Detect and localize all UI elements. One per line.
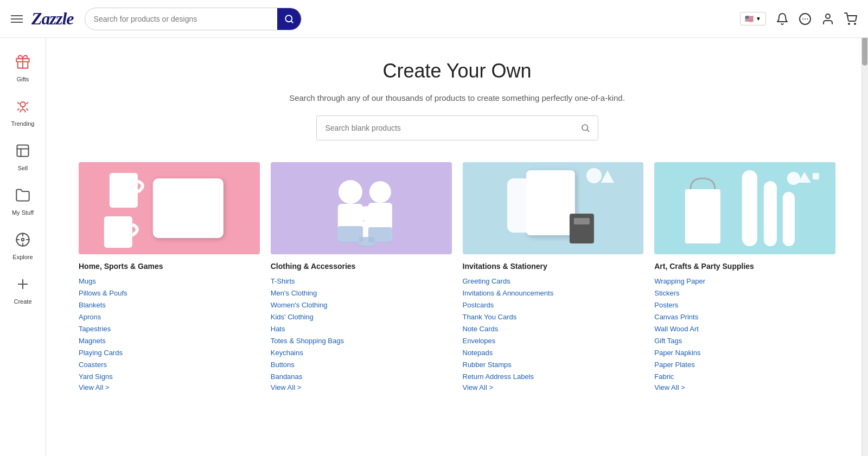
search-icon-small bbox=[580, 123, 590, 133]
sidebar-item-explore[interactable]: Explore bbox=[0, 227, 46, 266]
header-search-input[interactable] bbox=[85, 15, 277, 23]
sell-icon bbox=[15, 143, 30, 162]
list-item[interactable]: Hats bbox=[271, 324, 452, 333]
list-item[interactable]: Postcards bbox=[463, 300, 644, 310]
sidebar-item-label-create: Create bbox=[14, 298, 31, 305]
list-item[interactable]: Kids' Clothing bbox=[271, 312, 452, 322]
dropdown-arrow: ▼ bbox=[756, 16, 761, 22]
svg-point-6 bbox=[20, 102, 25, 107]
list-item[interactable]: Return Address Labels bbox=[463, 371, 644, 381]
sidebar-item-label-explore: Explore bbox=[12, 254, 33, 260]
sidebar-item-sell[interactable]: Sell bbox=[0, 138, 46, 177]
list-item[interactable]: Thank You Cards bbox=[463, 312, 644, 322]
svg-point-21 bbox=[359, 206, 374, 221]
list-item[interactable]: Mugs bbox=[79, 276, 260, 286]
category-invitations-stationery[interactable]: Invitations & Stationery Greeting Cards … bbox=[463, 162, 644, 392]
list-item[interactable]: Invitations & Announcements bbox=[463, 288, 644, 298]
svg-rect-14 bbox=[153, 178, 224, 238]
header: Zazzle 🇺🇸 ▼ bbox=[0, 0, 868, 38]
sidebar-item-label-my-stuff: My Stuff bbox=[12, 209, 34, 216]
svg-rect-29 bbox=[573, 218, 589, 224]
category-title-invitations: Invitations & Stationery bbox=[463, 262, 644, 271]
language-selector[interactable]: 🇺🇸 ▼ bbox=[740, 12, 766, 25]
hamburger-menu[interactable] bbox=[11, 15, 23, 23]
svg-rect-32 bbox=[685, 189, 720, 243]
blank-product-search-input[interactable] bbox=[317, 124, 573, 132]
category-clothing-accessories[interactable]: Clothing & Accessories T-Shirts Men's Cl… bbox=[271, 162, 452, 392]
notifications-icon[interactable] bbox=[776, 12, 789, 25]
list-item[interactable]: Keychains bbox=[271, 348, 452, 357]
list-item[interactable]: Playing Cards bbox=[79, 348, 260, 357]
sidebar-item-label-trending: Trending bbox=[11, 120, 34, 127]
scrollbar-track bbox=[861, 0, 868, 456]
page-title: Create Your Own bbox=[79, 60, 835, 82]
logo[interactable]: Zazzle bbox=[31, 9, 74, 29]
list-item[interactable]: Note Cards bbox=[463, 324, 644, 333]
messages-icon[interactable] bbox=[799, 12, 812, 25]
sidebar-item-gifts[interactable]: Gifts bbox=[0, 49, 46, 88]
view-all-art[interactable]: View All > bbox=[654, 383, 685, 391]
categories-grid: Home, Sports & Games Mugs Pillows & Pouf… bbox=[79, 162, 835, 392]
list-item[interactable]: Bandanas bbox=[271, 371, 452, 381]
flag-icon: 🇺🇸 bbox=[745, 15, 754, 23]
list-item[interactable]: Tapestries bbox=[79, 324, 260, 333]
category-image-home bbox=[79, 162, 260, 254]
list-item[interactable]: Gift Tags bbox=[654, 336, 835, 345]
sidebar-item-create[interactable]: Create bbox=[0, 271, 46, 310]
blank-product-search-button[interactable] bbox=[573, 123, 598, 133]
category-image-art bbox=[654, 162, 835, 254]
gift-icon bbox=[15, 54, 30, 73]
list-item[interactable]: Wrapping Paper bbox=[654, 276, 835, 286]
list-item[interactable]: Greeting Cards bbox=[463, 276, 644, 286]
list-item[interactable]: Notepads bbox=[463, 348, 644, 357]
list-item[interactable]: Aprons bbox=[79, 312, 260, 322]
list-item[interactable]: Stickers bbox=[654, 288, 835, 298]
list-item[interactable]: Rubber Stamps bbox=[463, 359, 644, 369]
main-content: Create Your Own Search through any of ou… bbox=[46, 38, 868, 456]
sidebar-item-trending[interactable]: Trending bbox=[0, 93, 46, 132]
list-item[interactable]: T-Shirts bbox=[271, 276, 452, 286]
svg-rect-33 bbox=[742, 170, 757, 246]
header-right: 🇺🇸 ▼ bbox=[740, 12, 857, 25]
list-item[interactable]: Yard Signs bbox=[79, 371, 260, 381]
svg-line-13 bbox=[587, 130, 589, 131]
list-item[interactable]: Posters bbox=[654, 300, 835, 310]
header-search-button[interactable] bbox=[277, 8, 301, 30]
list-item[interactable]: Envelopes bbox=[463, 336, 644, 345]
svg-rect-25 bbox=[359, 237, 374, 247]
sidebar-item-my-stuff[interactable]: My Stuff bbox=[0, 182, 46, 221]
svg-rect-16 bbox=[104, 216, 132, 248]
list-item[interactable]: Canvas Prints bbox=[654, 312, 835, 322]
explore-icon bbox=[15, 232, 30, 251]
view-all-invitations[interactable]: View All > bbox=[463, 383, 494, 391]
sidebar: Gifts Trending bbox=[0, 38, 46, 456]
list-item[interactable]: Magnets bbox=[79, 336, 260, 345]
category-title-clothing: Clothing & Accessories bbox=[271, 262, 452, 271]
cart-icon[interactable] bbox=[844, 12, 857, 25]
list-item[interactable]: Paper Plates bbox=[654, 359, 835, 369]
list-item[interactable]: Pillows & Poufs bbox=[79, 288, 260, 298]
category-title-art: Art, Crafts & Party Supplies bbox=[654, 262, 835, 271]
view-all-home[interactable]: View All > bbox=[79, 383, 110, 391]
list-item[interactable]: Blankets bbox=[79, 300, 260, 310]
svg-point-19 bbox=[369, 181, 391, 203]
trending-icon bbox=[15, 99, 30, 117]
account-icon[interactable] bbox=[821, 12, 834, 25]
list-item[interactable]: Paper Napkins bbox=[654, 348, 835, 357]
view-all-clothing[interactable]: View All > bbox=[271, 383, 302, 391]
list-item[interactable]: Women's Clothing bbox=[271, 300, 452, 310]
category-image-clothing bbox=[271, 162, 452, 254]
category-links-home: Mugs Pillows & Poufs Blankets Aprons Tap… bbox=[79, 276, 260, 381]
create-icon bbox=[15, 277, 30, 295]
svg-rect-15 bbox=[110, 173, 138, 208]
sidebar-item-label-sell: Sell bbox=[18, 165, 28, 171]
list-item[interactable]: Coasters bbox=[79, 359, 260, 369]
category-art-crafts[interactable]: Art, Crafts & Party Supplies Wrapping Pa… bbox=[654, 162, 835, 392]
list-item[interactable]: Totes & Shopping Bags bbox=[271, 336, 452, 345]
svg-point-2 bbox=[848, 23, 850, 24]
list-item[interactable]: Wall Wood Art bbox=[654, 324, 835, 333]
list-item[interactable]: Men's Clothing bbox=[271, 288, 452, 298]
list-item[interactable]: Fabric bbox=[654, 371, 835, 381]
list-item[interactable]: Buttons bbox=[271, 359, 452, 369]
category-home-sports-games[interactable]: Home, Sports & Games Mugs Pillows & Pouf… bbox=[79, 162, 260, 392]
